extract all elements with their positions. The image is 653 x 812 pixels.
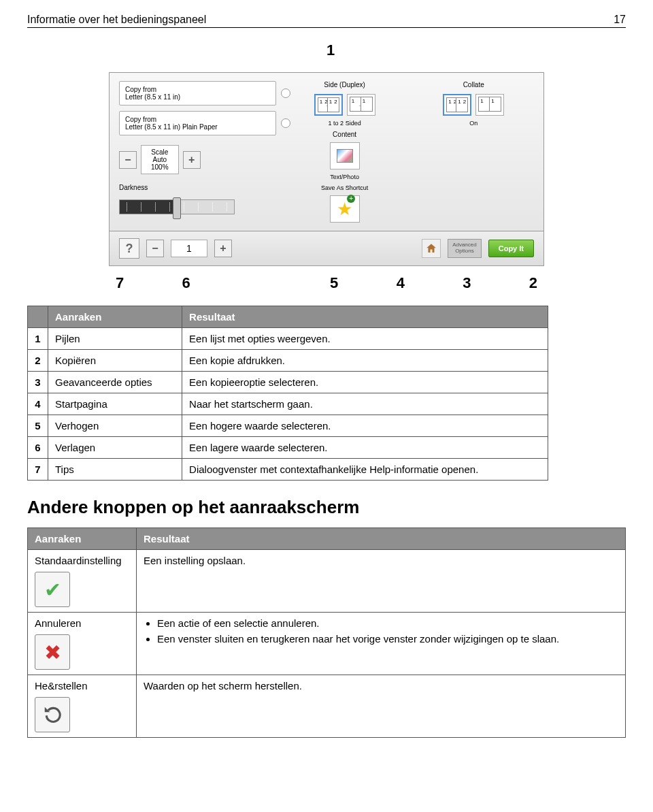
home-button[interactable] bbox=[422, 239, 441, 258]
panel-top-row: Copy from Letter (8.5 x 11 in) Copy from… bbox=[109, 72, 544, 231]
advanced-options-button[interactable]: Advanced Options bbox=[448, 239, 482, 258]
duplex-option-1[interactable]: 12 → 12 bbox=[314, 94, 343, 116]
copy-count: 1 bbox=[171, 240, 207, 257]
scale-percent: 100% bbox=[151, 163, 169, 171]
copy-from-box-2[interactable]: Copy from Letter (8.5 x 11 in) Plain Pap… bbox=[119, 111, 276, 135]
cancel-label: Annuleren bbox=[35, 617, 129, 629]
panel-mid-column: Side (Duplex) 12 → 12 1 → 1 1 to 2 Sided… bbox=[284, 81, 405, 223]
paper-size-2: Letter (8.5 x 11 in) Plain Paper bbox=[125, 123, 270, 131]
scale-auto: Auto bbox=[151, 156, 169, 163]
home-icon bbox=[425, 242, 437, 255]
scale-label: Scale bbox=[151, 148, 169, 156]
collate-option-2[interactable]: 1 1 bbox=[475, 94, 504, 116]
callout-3: 3 bbox=[463, 274, 471, 292]
reset-cell: He&rstellen bbox=[28, 675, 137, 738]
table2-header-result: Resultaat bbox=[137, 528, 626, 550]
count-plus-button[interactable]: + bbox=[214, 240, 232, 257]
help-button[interactable]: ? bbox=[119, 238, 139, 259]
table-row: Standaardinstelling ✔ Een instelling ops… bbox=[28, 550, 626, 613]
cancel-bullet-2: Een venster sluiten en terugkeren naar h… bbox=[157, 633, 618, 645]
copy-it-button[interactable]: Copy It bbox=[488, 240, 534, 257]
callout-4: 4 bbox=[397, 274, 405, 292]
copy-from-label-2: Copy from bbox=[125, 116, 270, 123]
sided-label: 1 to 2 Sided bbox=[329, 120, 361, 127]
callout-6: 6 bbox=[182, 274, 190, 292]
section-heading: Andere knoppen op het aanraakscherm bbox=[27, 497, 626, 518]
scale-display: Scale Auto 100% bbox=[141, 145, 179, 174]
scale-minus-button[interactable]: − bbox=[119, 151, 137, 169]
panel-bottom-bar: ? − 1 + Advanced Options Copy It bbox=[109, 231, 544, 266]
collate-on-label: On bbox=[469, 120, 478, 127]
save-shortcut-button[interactable]: ★ bbox=[330, 195, 360, 223]
callout-2: 2 bbox=[529, 274, 537, 292]
table-row: 1PijlenEen lijst met opties weergeven. bbox=[28, 328, 548, 350]
checkmark-button[interactable]: ✔ bbox=[35, 572, 70, 607]
other-buttons-table: Aanraken Resultaat Standaardinstelling ✔… bbox=[27, 527, 626, 738]
callout-7: 7 bbox=[116, 274, 124, 292]
copy-from-box-1[interactable]: Copy from Letter (8.5 x 11 in) bbox=[119, 81, 276, 105]
cancel-cell: Annuleren ✖ bbox=[28, 613, 137, 675]
content-label: Content bbox=[333, 131, 356, 138]
table-header-touch: Aanraken bbox=[48, 306, 182, 328]
default-setting-cell: Standaardinstelling ✔ bbox=[28, 550, 137, 613]
paper-size-1: Letter (8.5 x 11 in) bbox=[125, 93, 270, 101]
text-photo-label: Text/Photo bbox=[330, 174, 359, 180]
table-row: 6VerlagenEen lagere waarde selecteren. bbox=[28, 437, 548, 459]
content-option[interactable] bbox=[330, 142, 360, 169]
undo-icon bbox=[42, 704, 63, 725]
table-row: 7TipsDialoogvenster met contextafhankeli… bbox=[28, 459, 548, 481]
cancel-button[interactable]: ✖ bbox=[35, 634, 70, 670]
control-panel-diagram: 1 Copy from Letter (8.5 x 11 in) Copy fr… bbox=[27, 42, 626, 292]
check-icon: ✔ bbox=[44, 578, 61, 602]
dropdown-arrow-icon[interactable] bbox=[281, 88, 290, 98]
page-header: Informatie over het bedieningspaneel 17 bbox=[27, 14, 626, 28]
table-row: 2KopiërenEen kopie afdrukken. bbox=[28, 350, 548, 372]
cancel-bullet-1: Een actie of een selectie annuleren. bbox=[157, 617, 618, 629]
table-row: 5VerhogenEen hogere waarde selecteren. bbox=[28, 415, 548, 437]
table2-header-touch: Aanraken bbox=[28, 528, 137, 550]
save-shortcut-label: Save As Shortcut bbox=[321, 184, 368, 191]
callout-table: Aanraken Resultaat 1PijlenEen lijst met … bbox=[27, 306, 548, 481]
cancel-desc: Een actie of een selectie annuleren. Een… bbox=[137, 613, 626, 675]
collate-label: Collate bbox=[463, 81, 484, 88]
table-row: 4StartpaginaNaar het startscherm gaan. bbox=[28, 393, 548, 415]
panel-left-column: Copy from Letter (8.5 x 11 in) Copy from… bbox=[119, 81, 276, 223]
scale-row: − Scale Auto 100% + bbox=[119, 145, 276, 174]
default-setting-desc: Een instelling opslaan. bbox=[137, 550, 626, 613]
touchscreen-panel: Copy from Letter (8.5 x 11 in) Copy from… bbox=[109, 72, 544, 266]
darkness-label: Darkness bbox=[119, 184, 276, 191]
header-title: Informatie over het bedieningspaneel bbox=[27, 14, 206, 26]
duplex-option-2[interactable]: 1 → 1 bbox=[347, 94, 375, 116]
duplex-options: 12 → 12 1 → 1 bbox=[314, 94, 375, 116]
table-row: 3Geavanceerde optiesEen kopieeroptie sel… bbox=[28, 372, 548, 393]
collate-options: 12 12 1 1 bbox=[443, 94, 504, 116]
panel-right-column: Collate 12 12 1 1 On bbox=[413, 81, 534, 223]
callout-row-bottom: 7 6 5 4 3 2 bbox=[109, 266, 544, 292]
reset-button[interactable] bbox=[35, 697, 70, 732]
scale-plus-button[interactable]: + bbox=[183, 151, 201, 169]
dropdown-arrow-icon[interactable] bbox=[281, 118, 290, 128]
table-header-blank bbox=[28, 306, 48, 328]
table-header-result: Resultaat bbox=[182, 306, 548, 328]
cross-icon: ✖ bbox=[44, 640, 61, 664]
table-row: He&rstellen Waarden op het scherm herste… bbox=[28, 675, 626, 738]
reset-label: He&rstellen bbox=[35, 680, 129, 692]
reset-desc: Waarden op het scherm herstellen. bbox=[137, 675, 626, 738]
count-minus-button[interactable]: − bbox=[146, 240, 164, 257]
page-number: 17 bbox=[614, 14, 626, 26]
darkness-slider[interactable] bbox=[119, 199, 235, 214]
default-setting-label: Standaardinstelling bbox=[35, 555, 129, 566]
callout-1: 1 bbox=[326, 42, 335, 59]
collate-option-1[interactable]: 12 12 bbox=[443, 94, 471, 116]
duplex-label: Side (Duplex) bbox=[324, 81, 365, 88]
table-row: Annuleren ✖ Een actie of een selectie an… bbox=[28, 613, 626, 675]
star-icon: ★ bbox=[337, 199, 352, 220]
copy-from-label: Copy from bbox=[125, 86, 270, 93]
callout-5: 5 bbox=[330, 274, 338, 292]
